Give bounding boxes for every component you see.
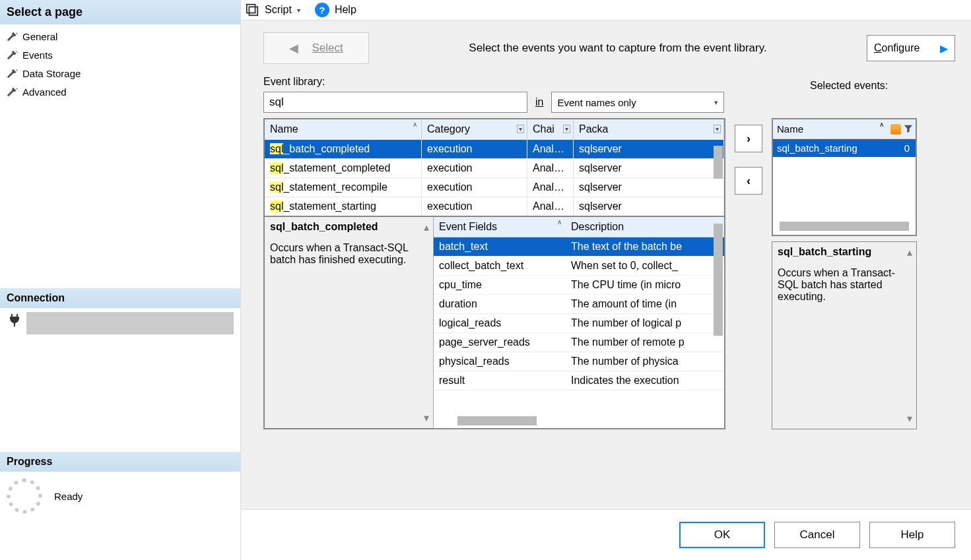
collapse-down-icon[interactable]: ▾ — [907, 412, 912, 425]
col-channel[interactable]: Chai▾ — [527, 119, 574, 139]
page-label: Advanced — [22, 86, 67, 98]
in-label: in — [533, 96, 546, 108]
main-pane: Script ▾ ? Help ◀ Select Select the even… — [241, 0, 971, 560]
selected-event-title: sql_batch_starting — [778, 246, 911, 258]
field-row[interactable]: physical_readsThe number of physica — [434, 352, 724, 371]
wizard-select-label: Select — [312, 42, 343, 55]
filter-icon[interactable] — [904, 124, 913, 133]
progress-status: Ready — [54, 491, 83, 502]
configure-label: Configure — [874, 42, 920, 54]
svg-rect-0 — [247, 5, 255, 13]
field-row[interactable]: resultIndicates the execution — [434, 371, 724, 390]
wrench-icon — [7, 67, 18, 79]
library-row[interactable]: sql_statement_completedexecutionAnalytic… — [265, 158, 724, 177]
page-label: General — [22, 31, 57, 42]
wrench-icon — [7, 49, 18, 61]
chevron-down-icon: ▾ — [714, 98, 718, 107]
lightning-icon[interactable] — [890, 124, 901, 135]
field-row[interactable]: durationThe amount of time (in — [434, 295, 724, 314]
scrollbar[interactable] — [714, 224, 723, 336]
field-row[interactable]: batch_textThe text of the batch be — [434, 237, 724, 257]
wizard-message: Select the events you want to capture fr… — [382, 42, 854, 55]
dropdown-icon: ▾ — [563, 125, 570, 133]
page-label: Data Storage — [22, 68, 81, 79]
col-description[interactable]: Description — [566, 217, 724, 237]
page-advanced[interactable]: Advanced — [4, 82, 236, 101]
configure-button[interactable]: Configure ▶ — [867, 35, 955, 61]
chevron-left-icon: ‹ — [747, 174, 751, 188]
connection-header: Connection — [0, 288, 240, 308]
event-library-search[interactable] — [263, 92, 527, 113]
page-label: Events — [22, 49, 53, 61]
collapse-down-icon[interactable]: ▾ — [424, 412, 429, 424]
chevron-right-icon: ▶ — [940, 42, 948, 55]
col-package[interactable]: Packa▾ — [574, 119, 724, 139]
scope-value: Event names only — [557, 97, 636, 108]
svg-rect-1 — [249, 7, 257, 15]
wrench-icon — [7, 30, 18, 42]
col-event-field[interactable]: Event Fields∧ — [434, 217, 566, 237]
selected-event-desc: Occurs when a Transact-SQL batch has sta… — [778, 267, 911, 303]
progress-spinner-icon — [7, 478, 42, 514]
library-row[interactable]: sql_statement_startingexecutionAnalytics… — [265, 197, 724, 216]
script-label[interactable]: Script — [265, 4, 292, 16]
dropdown-icon: ▾ — [517, 125, 524, 133]
col-name[interactable]: Name∧ — [265, 119, 422, 139]
sidebar: Select a page General Events Data Storag… — [0, 0, 241, 560]
help-label[interactable]: Help — [335, 4, 356, 16]
sort-asc-icon: ∧ — [413, 121, 417, 128]
selected-row[interactable]: sql_batch_starting0 — [773, 139, 916, 157]
selected-events-label: Selected events: — [810, 80, 955, 92]
chevron-left-icon: ◀ — [289, 41, 298, 55]
scrollbar-h[interactable] — [457, 416, 537, 425]
ok-button[interactable]: OK — [679, 522, 765, 548]
connection-value[interactable] — [26, 312, 234, 334]
toolbar: Script ▾ ? Help — [241, 0, 971, 20]
search-scope-combo[interactable]: Event names only ▾ — [551, 92, 724, 113]
event-description: Occurs when a Transact-SQL batch has fin… — [270, 242, 428, 266]
dropdown-icon[interactable]: ▾ — [297, 7, 300, 14]
field-row[interactable]: logical_readsThe number of logical p — [434, 314, 724, 333]
field-row[interactable]: collect_batch_textWhen set to 0, collect… — [434, 257, 724, 276]
scrollbar-h[interactable] — [780, 222, 909, 231]
collapse-up-icon[interactable]: ▴ — [907, 246, 912, 259]
selected-events-grid[interactable]: Name ∧ — [772, 118, 917, 236]
scrollbar[interactable] — [714, 146, 723, 179]
footer: OK Cancel Help — [241, 509, 971, 560]
event-library-grid[interactable]: Name∧ Category▾ Chai▾ Pack — [263, 118, 725, 217]
script-icon[interactable] — [245, 3, 259, 17]
page-events[interactable]: Events — [4, 46, 236, 64]
library-row[interactable]: sql_statement_recompileexecutionAnalytic… — [265, 177, 724, 197]
event-title: sql_batch_completed — [270, 221, 428, 233]
event-fields-grid[interactable]: Event Fields∧ Description batch_textThe … — [434, 217, 724, 428]
event-library-label: Event library: — [263, 76, 810, 88]
library-row[interactable]: sql_batch_completedexecutionAnalyticsqls… — [265, 139, 724, 158]
page-general[interactable]: General — [4, 27, 236, 46]
sidebar-header: Select a page — [0, 0, 240, 24]
help-icon[interactable]: ? — [315, 3, 329, 17]
page-data-storage[interactable]: Data Storage — [4, 64, 236, 82]
field-row[interactable]: page_server_readsThe number of remote p — [434, 333, 724, 352]
wizard-back-button[interactable]: ◀ Select — [263, 32, 369, 64]
add-event-button[interactable]: › — [735, 125, 762, 152]
event-description-panel: ▴ sql_batch_completed Occurs when a Tran… — [265, 217, 434, 428]
collapse-up-icon[interactable]: ▴ — [424, 221, 429, 233]
field-row[interactable]: cpu_timeThe CPU time (in micro — [434, 276, 724, 295]
chevron-right-icon: › — [747, 132, 751, 146]
progress-header: Progress — [0, 452, 240, 472]
dropdown-icon: ▾ — [714, 125, 721, 133]
col-name[interactable]: Name ∧ — [773, 119, 888, 139]
help-button[interactable]: Help — [869, 522, 955, 548]
plug-icon — [7, 312, 22, 328]
cancel-button[interactable]: Cancel — [774, 522, 860, 548]
sort-asc-icon: ∧ — [879, 121, 884, 128]
wrench-icon — [7, 86, 18, 98]
sort-asc-icon: ∧ — [557, 218, 562, 226]
page-list: General Events Data Storage Advanced — [0, 24, 240, 104]
selected-event-description: ▴ sql_batch_starting Occurs when a Trans… — [772, 241, 917, 429]
remove-event-button[interactable]: ‹ — [735, 167, 762, 195]
col-category[interactable]: Category▾ — [422, 119, 527, 139]
